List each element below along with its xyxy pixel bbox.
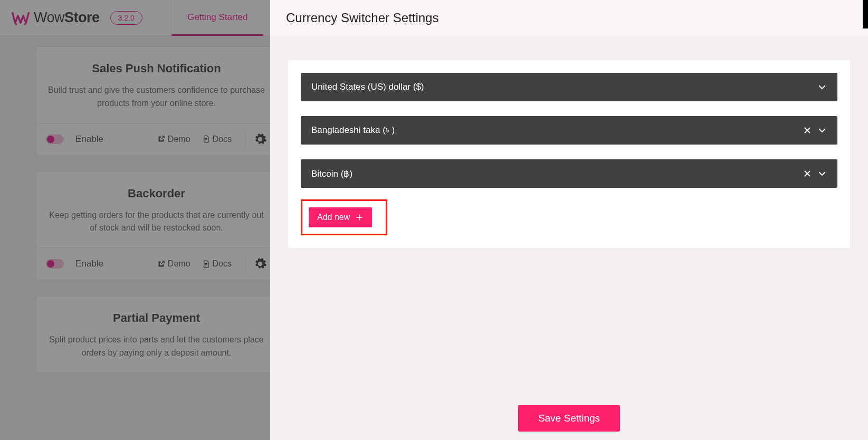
currency-list: United States (US) dollar ($) Bangladesh… (288, 60, 850, 248)
settings-panel: Currency Switcher Settings United States… (270, 0, 868, 440)
currency-row[interactable]: Bangladeshi taka (৳ ) (301, 116, 837, 145)
currency-label: Bitcoin (฿) (311, 168, 803, 179)
chevron-down-icon[interactable] (817, 169, 827, 178)
currency-label: Bangladeshi taka (৳ ) (311, 125, 803, 136)
add-new-highlight: Add new (301, 199, 387, 235)
currency-row[interactable]: Bitcoin (฿) (301, 159, 837, 188)
close-icon[interactable] (803, 126, 812, 135)
save-settings-button[interactable]: Save Settings (518, 405, 620, 432)
chevron-down-icon[interactable] (817, 126, 827, 135)
close-icon[interactable] (803, 169, 812, 178)
plus-icon (355, 213, 364, 222)
panel-header: Currency Switcher Settings (270, 0, 868, 36)
add-new-button[interactable]: Add new (309, 207, 372, 227)
chevron-down-icon[interactable] (817, 82, 827, 92)
currency-label: United States (US) dollar ($) (311, 82, 817, 92)
panel-title: Currency Switcher Settings (286, 11, 438, 25)
close-panel-button[interactable] (863, 0, 868, 28)
currency-row[interactable]: United States (US) dollar ($) (301, 73, 837, 101)
panel-footer: Save Settings (270, 399, 868, 440)
